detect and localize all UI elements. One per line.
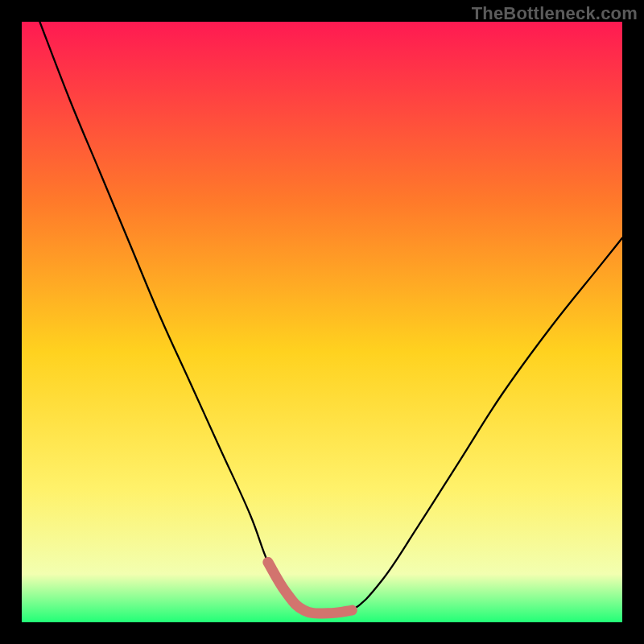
watermark-text: TheBottleneck.com: [472, 3, 638, 24]
plot-area: [22, 22, 622, 622]
chart-frame: TheBottleneck.com: [0, 0, 644, 644]
gradient-bg: [22, 22, 622, 622]
bottleneck-chart: [22, 22, 622, 622]
